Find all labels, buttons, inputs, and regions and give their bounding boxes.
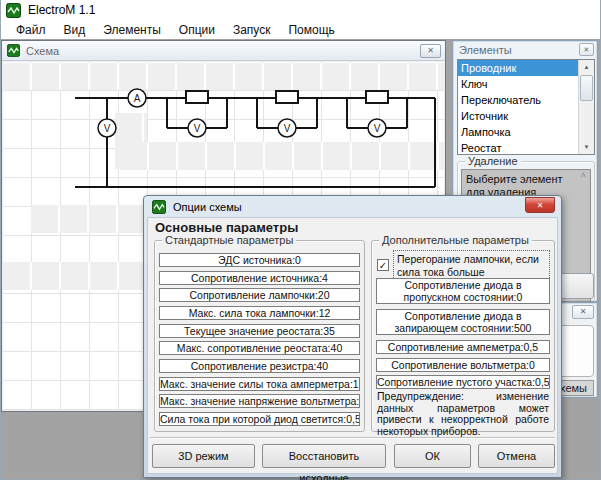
side-panel-close-icon[interactable]: ✕ — [572, 305, 594, 319]
voltmeter-label: V — [284, 123, 291, 134]
resistor-symbol[interactable] — [186, 91, 208, 103]
list-item-provodnik[interactable]: Проводник — [458, 60, 594, 76]
field-diode-reverse-resistance[interactable]: Сопротивление диода в запирающем состоян… — [376, 309, 550, 335]
additional-group-title: Дополнительные параметры — [379, 234, 532, 246]
menu-bar: Файл Вид Элементы Опции Запуск Помощь — [1, 20, 600, 39]
list-item-klyuch[interactable]: Ключ — [458, 76, 594, 92]
field-diode-forward-resistance[interactable]: Сопротивление диода в пропускном состоян… — [376, 278, 550, 304]
field-diode-glow-current[interactable]: Сила тока при которой диод светится:0,5 — [159, 412, 360, 426]
standard-group-title: Стандартные параметры — [162, 234, 296, 246]
voltmeter-label: V — [194, 123, 201, 134]
elements-panel-close-icon[interactable]: ✕ — [579, 43, 594, 56]
scroll-up-icon[interactable]: ▲ — [579, 60, 594, 74]
field-rheostat-current-value[interactable]: Текущее значение реостата:35 — [159, 324, 360, 338]
delete-group-title: Удаление — [465, 155, 521, 167]
dialog-close-icon[interactable]: ✕ — [525, 197, 555, 213]
list-item-lampochka[interactable]: Лампочка — [458, 124, 594, 140]
cancel-button[interactable]: Отмена — [478, 444, 555, 468]
field-empty-section-resistance[interactable]: Сопротивление пустого участка:0,5 — [376, 375, 550, 389]
field-voltmeter-max-voltage[interactable]: Макс. значение напряжение вольтметра:250 — [159, 394, 360, 408]
elements-panel-titlebar[interactable]: Элементы ✕ — [453, 41, 597, 58]
scrollbar-thumb[interactable] — [580, 75, 593, 101]
field-ammeter-resistance[interactable]: Сопротивление ампеметра:0,5 — [376, 340, 550, 354]
main-titlebar: ElectroM 1.1 — [1, 0, 600, 20]
elements-scrollbar[interactable]: ▲ ▼ — [578, 60, 594, 154]
dialog-separator — [150, 437, 555, 439]
field-ammeter-max-current[interactable]: Макс. значение силы тока амперметра:15 — [159, 377, 360, 391]
dialog-title: Опции схемы — [173, 201, 525, 213]
ammeter-label: A — [134, 93, 141, 104]
scroll-up-icon[interactable]: ˄ — [576, 170, 591, 180]
dialog-titlebar[interactable]: Опции схемы ✕ — [144, 196, 561, 217]
menu-elements[interactable]: Элементы — [95, 21, 169, 39]
dialog-heading: Основные параметры — [155, 220, 298, 235]
additional-params-group: Дополнительные параметры ✓ Перегорание л… — [371, 240, 555, 432]
schema-options-dialog: Опции схемы ✕ Основные параметры Стандар… — [143, 195, 562, 478]
menu-run[interactable]: Запуск — [225, 21, 279, 39]
lamp-burnout-checkbox[interactable]: ✓ — [377, 259, 389, 271]
list-item-pereklyuchatel[interactable]: Переключатель — [458, 92, 594, 108]
electrom-main-window: ElectroM 1.1 Файл Вид Элементы Опции Зап… — [0, 0, 601, 480]
voltmeter-label: V — [104, 123, 111, 134]
resistor-symbol[interactable] — [366, 91, 388, 103]
schema-titlebar[interactable]: Схема ✕ — [2, 41, 445, 61]
dialog-icon — [152, 200, 166, 214]
field-rheostat-max-resistance[interactable]: Макс. сопротивление реостата:40 — [159, 341, 360, 355]
ok-button[interactable]: ОК — [394, 444, 471, 468]
elements-panel-title: Элементы — [459, 44, 579, 56]
field-lamp-max-current[interactable]: Макс. сила тока лампочки:12 — [159, 306, 360, 320]
restore-defaults-button[interactable]: Восстановить исходные — [262, 444, 386, 468]
menu-options[interactable]: Опции — [171, 21, 223, 39]
resistor-symbol[interactable] — [276, 91, 298, 103]
menu-file[interactable]: Файл — [8, 21, 54, 39]
schema-close-icon[interactable]: ✕ — [420, 44, 441, 58]
list-item-istochnik[interactable]: Источник — [458, 108, 594, 124]
app-title: ElectroM 1.1 — [28, 3, 95, 17]
field-emf-source[interactable]: ЭДС источника:0 — [159, 253, 360, 267]
field-lamp-resistance[interactable]: Сопротивление лампочки:20 — [159, 288, 360, 302]
app-logo-icon — [6, 3, 21, 18]
standard-params-group: Стандартные параметры ЭДС источника:0 Со… — [154, 240, 365, 432]
menu-help[interactable]: Помощь — [280, 21, 342, 39]
voltmeter-label: V — [374, 123, 381, 134]
mode-3d-button[interactable]: 3D режим — [152, 444, 255, 468]
lamp-burnout-row: ✓ Перегорание лампочки, если сила тока б… — [376, 250, 550, 280]
menu-view[interactable]: Вид — [56, 21, 94, 39]
field-voltmeter-resistance[interactable]: Сопротивление вольтметра:0 — [376, 358, 550, 372]
field-resistor-resistance[interactable]: Сопротивление резистра:40 — [159, 359, 360, 373]
lamp-burnout-label: Перегорание лампочки, если сила тока бол… — [393, 250, 550, 280]
field-source-resistance[interactable]: Сопротивление источника:4 — [159, 271, 360, 285]
scroll-down-icon[interactable]: ▼ — [579, 140, 594, 154]
list-item-reostat[interactable]: Реостат — [458, 140, 594, 155]
elements-listbox[interactable]: Проводник Ключ Переключатель Источник Ла… — [457, 59, 595, 155]
schema-window-icon — [7, 44, 20, 57]
schema-window-title: Схема — [26, 45, 420, 57]
dialog-client-area: Основные параметры Стандартные параметры… — [147, 217, 558, 474]
warning-text: Предупреждение: изменение данных парамет… — [375, 391, 551, 437]
